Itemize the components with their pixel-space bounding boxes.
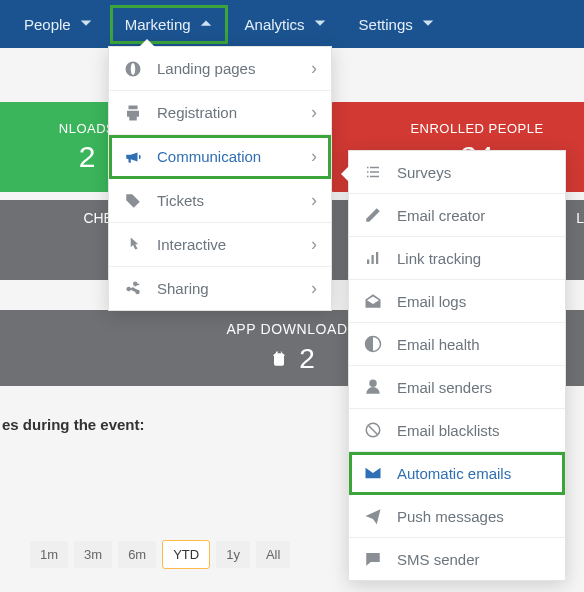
nav-analytics-label: Analytics <box>245 16 305 33</box>
bullhorn-icon <box>123 148 143 166</box>
submenu-label: Email logs <box>397 293 551 310</box>
chevron-right-icon: › <box>311 190 317 211</box>
band-value-row: 2 <box>269 343 315 375</box>
contrast-icon <box>363 335 383 353</box>
menu-tickets[interactable]: Tickets › <box>109 179 331 223</box>
list-icon <box>363 163 383 181</box>
chevron-right-icon: › <box>311 58 317 79</box>
chevron-right-icon: › <box>311 278 317 299</box>
chart-bar-icon <box>363 249 383 267</box>
chat-icon <box>363 550 383 568</box>
menu-label: Interactive <box>157 236 297 253</box>
submenu-email-blacklists[interactable]: Email blacklists <box>349 409 565 452</box>
submenu-email-health[interactable]: Email health <box>349 323 565 366</box>
menu-interactive[interactable]: Interactive › <box>109 223 331 267</box>
kpi-enrolled-label: ENROLLED PEOPLE <box>410 121 543 136</box>
nav-settings[interactable]: Settings <box>345 6 449 43</box>
print-icon <box>123 104 143 122</box>
submenu-label: Email health <box>397 336 551 353</box>
range-all[interactable]: All <box>256 541 290 568</box>
submenu-label: SMS sender <box>397 551 551 568</box>
range-ytd[interactable]: YTD <box>162 540 210 569</box>
submenu-label: Surveys <box>397 164 551 181</box>
edit-icon <box>363 206 383 224</box>
nav-people-label: People <box>24 16 71 33</box>
envelope-open-icon <box>363 292 383 310</box>
envelope-icon <box>363 464 383 482</box>
menu-label: Communication <box>157 148 297 165</box>
submenu-email-logs[interactable]: Email logs <box>349 280 565 323</box>
range-1y[interactable]: 1y <box>216 541 250 568</box>
top-navigation: People Marketing Analytics Settings <box>0 0 584 48</box>
submenu-push-messages[interactable]: Push messages <box>349 495 565 538</box>
submenu-surveys[interactable]: Surveys <box>349 151 565 194</box>
submenu-label: Push messages <box>397 508 551 525</box>
menu-communication[interactable]: Communication › <box>109 135 331 179</box>
kpi-downloads-value: 2 <box>79 140 96 174</box>
chevron-down-icon <box>313 16 327 33</box>
android-icon <box>269 348 289 370</box>
submenu-label: Email creator <box>397 207 551 224</box>
menu-sharing[interactable]: Sharing › <box>109 267 331 310</box>
submenu-label: Automatic emails <box>397 465 551 482</box>
ban-icon <box>363 421 383 439</box>
range-3m[interactable]: 3m <box>74 541 112 568</box>
user-icon <box>363 378 383 396</box>
nav-people[interactable]: People <box>10 6 107 43</box>
nav-marketing[interactable]: Marketing <box>111 6 227 43</box>
submenu-automatic-emails[interactable]: Automatic emails <box>349 452 565 495</box>
marketing-dropdown: Landing pages › Registration › Communica… <box>108 46 332 311</box>
range-1m[interactable]: 1m <box>30 541 68 568</box>
submenu-label: Email senders <box>397 379 551 396</box>
menu-label: Sharing <box>157 280 297 297</box>
chevron-right-icon: › <box>311 146 317 167</box>
submenu-email-senders[interactable]: Email senders <box>349 366 565 409</box>
range-selector: 1m 3m 6m YTD 1y All <box>30 540 290 569</box>
submenu-email-creator[interactable]: Email creator <box>349 194 565 237</box>
globe-icon <box>123 60 143 78</box>
chevron-down-icon <box>421 16 435 33</box>
kpi-downloads-label: NLOADS <box>59 121 115 136</box>
chevron-down-icon <box>79 16 93 33</box>
submenu-link-tracking[interactable]: Link tracking <box>349 237 565 280</box>
tag-icon <box>123 192 143 210</box>
section-heading: es during the event: <box>0 410 147 439</box>
chevron-up-icon <box>199 16 213 33</box>
paper-plane-icon <box>363 507 383 525</box>
communication-submenu: Surveys Email creator Link tracking Emai… <box>348 150 566 581</box>
nav-settings-label: Settings <box>359 16 413 33</box>
nav-marketing-label: Marketing <box>125 16 191 33</box>
band-value: 2 <box>299 343 315 375</box>
share-icon <box>123 280 143 298</box>
kpi-right-label: L <box>576 210 584 226</box>
menu-registration[interactable]: Registration › <box>109 91 331 135</box>
menu-label: Registration <box>157 104 297 121</box>
nav-analytics[interactable]: Analytics <box>231 6 341 43</box>
chevron-right-icon: › <box>311 234 317 255</box>
chevron-right-icon: › <box>311 102 317 123</box>
range-6m[interactable]: 6m <box>118 541 156 568</box>
submenu-label: Email blacklists <box>397 422 551 439</box>
menu-landing-pages[interactable]: Landing pages › <box>109 47 331 91</box>
pointer-icon <box>123 236 143 254</box>
submenu-label: Link tracking <box>397 250 551 267</box>
menu-label: Tickets <box>157 192 297 209</box>
menu-label: Landing pages <box>157 60 297 77</box>
band-label: APP DOWNLOADS <box>226 321 357 337</box>
submenu-sms-sender[interactable]: SMS sender <box>349 538 565 580</box>
